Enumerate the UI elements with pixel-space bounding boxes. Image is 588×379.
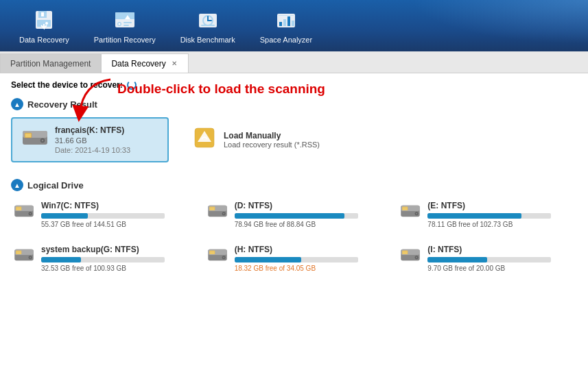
svg-point-27 (42, 139, 43, 140)
top-navigation: Data Recovery Partition Recovery (0, 0, 588, 51)
svg-point-44 (223, 213, 224, 215)
drive-details-e: (E: NTFS) 78.11 GB free of 102.73 GB (427, 201, 574, 228)
drive-item-g[interactable]: system backup(G: NTFS) 32.53 GB free of … (11, 242, 191, 275)
drive-bar-fill-i (427, 257, 486, 262)
drive-item-h[interactable]: (H: NTFS) 18.32 GB free of 34.05 GB (204, 242, 384, 275)
logical-drive-collapse-icon[interactable]: ▲ (11, 179, 23, 191)
logical-drive-label: Logical Drive (27, 180, 84, 191)
drive-details-i: (I: NTFS) 9.70 GB free of 20.00 GB (427, 245, 574, 272)
drive-details-c: Win7(C: NTFS) 55.37 GB free of 144.51 GB (41, 201, 188, 228)
drive-free-c: 55.37 GB free of 144.51 GB (41, 221, 188, 228)
drive-details-d: (D: NTFS) 78.94 GB free of 88.84 GB (235, 201, 381, 228)
svg-rect-13 (201, 25, 215, 26)
svg-rect-10 (124, 25, 129, 26)
drive-bar-bg-g (41, 257, 165, 262)
nav-disk-benchmark-label: Disk Benchmark (180, 36, 235, 44)
drive-name-d: (D: NTFS) (235, 201, 381, 210)
drive-name-i: (I: NTFS) (427, 245, 574, 254)
tab-data-recovery[interactable]: Data Recovery ✕ (101, 53, 188, 73)
svg-point-72 (416, 257, 418, 258)
load-manually-subtitle: Load recovery result (*.RSS) (224, 140, 320, 149)
logical-drive-header: ▲ Logical Drive (11, 179, 577, 191)
recovery-result-label: Recovery Result (27, 99, 97, 110)
svg-rect-17 (287, 16, 290, 26)
svg-rect-24 (25, 134, 31, 136)
recovery-card-date: Date: 2021-4-19 10:33 (55, 146, 130, 154)
svg-rect-9 (124, 22, 132, 23)
disk-benchmark-icon (196, 8, 220, 33)
svg-rect-19 (279, 15, 294, 16)
drive-bar-fill-d (235, 213, 344, 219)
recovery-cards: français(K: NTFS) 31.66 GB Date: 2021-4-… (11, 117, 577, 162)
nav-data-recovery[interactable]: Data Recovery (7, 3, 82, 49)
svg-rect-34 (16, 208, 21, 208)
svg-rect-25 (25, 136, 31, 137)
drive-free-h: 18.32 GB free of 34.05 GB (235, 265, 381, 272)
recovery-card-size: 31.66 GB (55, 136, 130, 145)
drive-item-c[interactable]: Win7(C: NTFS) 55.37 GB free of 144.51 GB (11, 198, 191, 231)
load-manually-info: Load Manually Load recovery result (*.RS… (224, 131, 320, 149)
drive-item-e[interactable]: (E: NTFS) 78.11 GB free of 102.73 GB (397, 198, 577, 231)
drive-bar-bg-h (235, 257, 358, 262)
tab-partition-management[interactable]: Partition Management (0, 53, 101, 73)
tab-data-recovery-label: Data Recovery (111, 59, 165, 69)
svg-rect-15 (279, 22, 282, 26)
drive-item-d[interactable]: (D: NTFS) 78.94 GB free of 88.84 GB (204, 198, 384, 231)
svg-rect-2 (41, 12, 44, 16)
svg-rect-69 (403, 252, 407, 252)
nav-data-recovery-label: Data Recovery (19, 36, 69, 44)
drive-name-g: system backup(G: NTFS) (41, 245, 188, 254)
partition-recovery-icon (113, 8, 137, 33)
recovery-card-icon (22, 128, 48, 152)
load-manually-card[interactable]: Load Manually Load recovery result (*.RS… (183, 117, 329, 162)
nav-disk-benchmark[interactable]: Disk Benchmark (168, 3, 248, 49)
recovery-result-header: ▲ Recovery Result (11, 98, 577, 110)
svg-rect-35 (16, 209, 21, 210)
nav-space-analyzer[interactable]: Space Analyzer (248, 3, 325, 49)
svg-rect-18 (292, 21, 294, 26)
drive-bar-fill-c (41, 213, 88, 219)
svg-rect-48 (403, 208, 407, 208)
svg-rect-42 (210, 209, 214, 210)
tab-data-recovery-close[interactable]: ✕ (170, 60, 178, 67)
drive-disk-icon-d (207, 204, 228, 223)
drive-name-h: (H: NTFS) (235, 245, 381, 254)
svg-rect-56 (16, 253, 21, 254)
nav-partition-recovery[interactable]: Partition Recovery (82, 3, 168, 49)
svg-point-58 (30, 257, 31, 258)
nav-space-analyzer-label: Space Analyzer (260, 36, 312, 44)
recovery-card-info: français(K: NTFS) 31.66 GB Date: 2021-4-… (55, 125, 130, 154)
drive-free-e: 78.11 GB free of 102.73 GB (427, 221, 574, 228)
load-manually-icon (192, 125, 217, 155)
drive-bar-fill-g (41, 257, 81, 262)
svg-rect-62 (210, 252, 214, 252)
svg-point-65 (223, 257, 224, 258)
tab-partition-management-label: Partition Management (10, 59, 91, 69)
drive-bar-fill-h (235, 257, 301, 262)
svg-rect-63 (210, 253, 214, 254)
drive-disk-icon-c (14, 204, 34, 223)
svg-rect-70 (403, 253, 407, 254)
space-analyzer-icon (274, 8, 298, 33)
drive-disk-icon-e (400, 204, 421, 223)
drive-name-c: Win7(C: NTFS) (41, 201, 188, 210)
svg-point-51 (416, 213, 418, 215)
tab-bar: Partition Management Data Recovery ✕ (0, 51, 588, 73)
recovery-result-collapse-icon[interactable]: ▲ (11, 98, 23, 110)
svg-point-37 (30, 213, 31, 215)
drive-item-i[interactable]: (I: NTFS) 9.70 GB free of 20.00 GB (397, 242, 577, 275)
drive-details-h: (H: NTFS) 18.32 GB free of 34.05 GB (235, 245, 381, 272)
device-select-row: Select the device to recover: (11, 80, 577, 90)
recovery-card-title: français(K: NTFS) (55, 125, 130, 135)
svg-point-8 (118, 23, 120, 25)
drive-bar-bg-i (427, 257, 551, 262)
nav-partition-recovery-label: Partition Recovery (94, 36, 156, 44)
recovery-card-francais[interactable]: français(K: NTFS) 31.66 GB Date: 2021-4-… (11, 117, 169, 162)
drive-free-d: 78.94 GB free of 88.84 GB (235, 221, 381, 228)
device-select-label: Select the device to recover: (11, 80, 123, 90)
svg-point-4 (45, 22, 48, 25)
drive-grid: Win7(C: NTFS) 55.37 GB free of 144.51 GB… (11, 198, 577, 275)
svg-rect-6 (115, 12, 134, 19)
drive-bar-bg-d (235, 213, 358, 219)
refresh-icon[interactable] (127, 80, 137, 90)
